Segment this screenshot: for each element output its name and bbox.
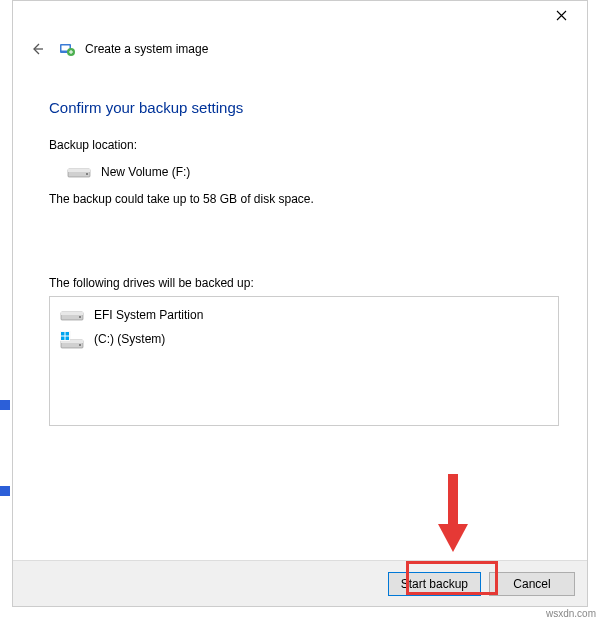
backup-location-value: New Volume (F:) (101, 165, 190, 179)
start-backup-button[interactable]: Start backup (388, 572, 481, 596)
back-arrow-icon (29, 41, 45, 57)
page-title: Confirm your backup settings (49, 99, 559, 116)
edge-marker (0, 400, 10, 410)
close-button[interactable] (541, 2, 581, 30)
cancel-button[interactable]: Cancel (489, 572, 575, 596)
svg-rect-16 (66, 337, 70, 341)
back-button[interactable] (25, 37, 49, 61)
drive-system-label: (C:) (System) (94, 332, 165, 346)
svg-rect-14 (66, 332, 70, 336)
svg-rect-13 (61, 332, 65, 336)
windows-drive-icon (60, 331, 84, 347)
dialog-window: Create a system image Confirm your backu… (12, 0, 588, 607)
hdd-icon (60, 307, 84, 323)
backup-location-row: New Volume (F:) (49, 162, 559, 182)
drives-section-label: The following drives will be backed up: (49, 276, 559, 290)
list-item: (C:) (System) (58, 327, 550, 351)
svg-point-5 (86, 173, 88, 175)
svg-rect-15 (61, 337, 65, 341)
svg-point-8 (79, 316, 81, 318)
content-area: Confirm your backup settings Backup loca… (13, 67, 587, 430)
hdd-icon (67, 164, 91, 180)
svg-point-11 (79, 344, 81, 346)
drives-listbox: EFI System Partition (49, 296, 559, 426)
wizard-header: Create a system image (13, 31, 587, 67)
list-item: EFI System Partition (58, 303, 550, 327)
button-bar: Start backup Cancel (13, 560, 587, 606)
wizard-title: Create a system image (85, 42, 208, 56)
svg-rect-7 (61, 312, 83, 315)
edge-marker (0, 486, 10, 496)
disk-space-text: The backup could take up to 58 GB of dis… (49, 192, 559, 206)
svg-rect-4 (68, 169, 90, 172)
titlebar (13, 1, 587, 31)
watermark: wsxdn.com (546, 608, 596, 619)
close-icon (556, 8, 567, 24)
drive-efi-label: EFI System Partition (94, 308, 203, 322)
backup-location-label: Backup location: (49, 138, 559, 152)
system-image-icon (59, 41, 75, 57)
